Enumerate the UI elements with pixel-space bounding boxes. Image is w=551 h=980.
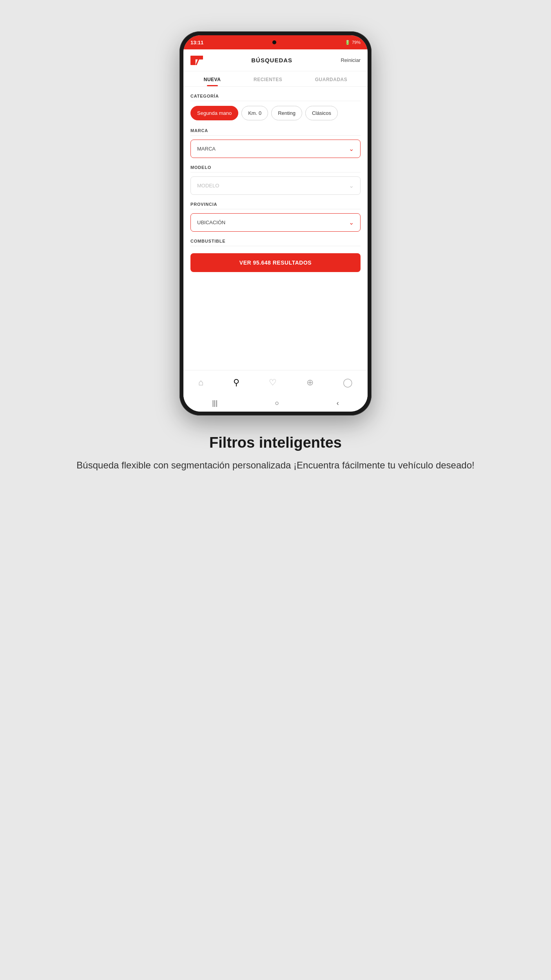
- add-icon: ⊕: [306, 377, 314, 388]
- nav-profile[interactable]: ◯: [338, 375, 357, 390]
- categoria-section: CATEGORÍA Segunda mano Km. 0 Renting Clá…: [190, 94, 361, 120]
- app-header: BÚSQUEDAS Reiniciar: [183, 49, 368, 71]
- bottom-nav: ⌂ ⚲ ♡ ⊕ ◯: [183, 370, 368, 394]
- ver-resultados-button[interactable]: VER 95.648 RESULTADOS: [190, 253, 361, 272]
- app-content: CATEGORÍA Segunda mano Km. 0 Renting Clá…: [183, 87, 368, 370]
- ubicacion-select[interactable]: UBICACIÓN ⌄: [190, 213, 361, 232]
- battery-icon: 🔋: [345, 40, 350, 45]
- profile-icon: ◯: [343, 377, 353, 388]
- back-button-icon[interactable]: ‹: [337, 399, 339, 407]
- ubicacion-chevron-icon: ⌄: [349, 219, 354, 226]
- android-nav-bar: ||| ○ ‹: [183, 394, 368, 412]
- modelo-select[interactable]: MODELO ⌄: [190, 176, 361, 195]
- modelo-placeholder: MODELO: [197, 183, 219, 189]
- combustible-section: COMBUSTIBLE: [190, 239, 361, 246]
- home-button-icon[interactable]: ○: [275, 399, 279, 407]
- chip-renting[interactable]: Renting: [271, 106, 302, 120]
- status-time: 13:11: [190, 40, 203, 45]
- marca-label: MARCA: [190, 128, 361, 136]
- marca-select[interactable]: MARCA ⌄: [190, 140, 361, 158]
- nav-search[interactable]: ⚲: [228, 375, 244, 390]
- logo-svg: [190, 56, 203, 65]
- status-icons: 🔋 79%: [345, 40, 361, 45]
- camera-cutout: [272, 40, 276, 44]
- combustible-label: COMBUSTIBLE: [190, 239, 361, 246]
- chip-clasicos[interactable]: Clásicos: [305, 106, 338, 120]
- phone-screen: 13:11 🔋 79% BÚSQUEDAS Reiniciar NUEVA: [183, 35, 368, 412]
- app-logo: [190, 56, 203, 65]
- tab-recientes[interactable]: RECIENTES: [247, 71, 288, 86]
- page-title: BÚSQUEDAS: [251, 57, 292, 64]
- tab-nueva[interactable]: NUEVA: [198, 71, 227, 86]
- bottom-description: Búsqueda flexible con segmentación perso…: [76, 458, 474, 472]
- phone-shell: 13:11 🔋 79% BÚSQUEDAS Reiniciar NUEVA: [179, 31, 372, 416]
- nav-favorites[interactable]: ♡: [264, 375, 281, 390]
- category-chips: Segunda mano Km. 0 Renting Clásicos: [190, 106, 361, 120]
- bottom-title: Filtros inteligentes: [76, 434, 474, 451]
- heart-icon: ♡: [269, 377, 277, 388]
- bottom-text-section: Filtros inteligentes Búsqueda flexible c…: [45, 434, 506, 472]
- nav-home[interactable]: ⌂: [194, 375, 208, 390]
- recent-apps-icon[interactable]: |||: [212, 399, 218, 407]
- status-bar: 13:11 🔋 79%: [183, 35, 368, 49]
- reiniciar-button[interactable]: Reiniciar: [341, 57, 361, 63]
- chip-segunda-mano[interactable]: Segunda mano: [190, 106, 238, 120]
- nav-add[interactable]: ⊕: [302, 375, 318, 390]
- provincia-label: PROVINCIA: [190, 202, 361, 209]
- marca-chevron-icon: ⌄: [349, 145, 354, 152]
- battery-percent: 79%: [352, 40, 361, 45]
- search-icon: ⚲: [233, 377, 239, 388]
- modelo-section: MODELO MODELO ⌄: [190, 165, 361, 195]
- categoria-label: CATEGORÍA: [190, 94, 361, 101]
- provincia-section: PROVINCIA UBICACIÓN ⌄: [190, 202, 361, 232]
- chip-km0[interactable]: Km. 0: [241, 106, 268, 120]
- marca-placeholder: MARCA: [197, 146, 216, 152]
- tab-guardadas[interactable]: GUARDADAS: [309, 71, 354, 86]
- home-icon: ⌂: [198, 377, 203, 388]
- marca-section: MARCA MARCA ⌄: [190, 128, 361, 158]
- ubicacion-placeholder: UBICACIÓN: [197, 220, 225, 225]
- modelo-label: MODELO: [190, 165, 361, 172]
- modelo-chevron-icon: ⌄: [349, 182, 354, 189]
- tabs-bar: NUEVA RECIENTES GUARDADAS: [183, 71, 368, 87]
